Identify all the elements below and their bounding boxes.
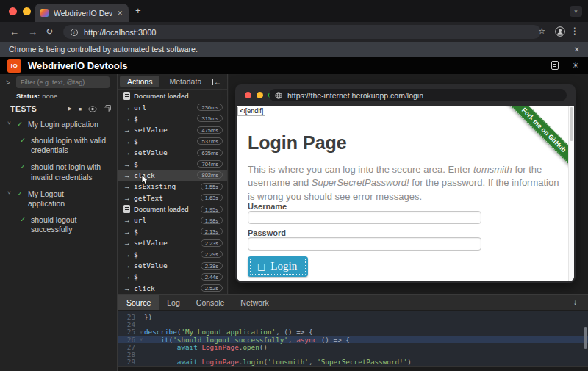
code-line[interactable]: 26> it('should logout successfully', asy… — [118, 336, 588, 343]
check-icon: ✓ — [20, 136, 29, 144]
action-row[interactable]: →$2.13s — [118, 226, 227, 237]
app-header: IO WebdriverIO Devtools ☀ — [0, 57, 588, 74]
profile-avatar-icon[interactable] — [555, 26, 565, 40]
tab-console[interactable]: Console — [188, 295, 233, 310]
action-row[interactable]: Document loaded1.95s — [118, 203, 227, 215]
action-row[interactable]: →url236ms — [118, 101, 227, 112]
action-row[interactable]: Document loaded — [118, 90, 227, 101]
back-button[interactable]: ← — [10, 26, 19, 37]
action-row[interactable]: →setValue475ms — [118, 124, 227, 135]
browser-tab[interactable]: WebdriverIO Devtools ✕ — [35, 4, 129, 22]
banner-close-icon[interactable]: ✕ — [574, 46, 580, 54]
document-icon — [123, 92, 130, 100]
address-bar[interactable]: i http://localhost:3000 — [63, 25, 541, 39]
action-row[interactable]: →click2.52s — [118, 283, 227, 294]
action-row[interactable]: →isExisting1.55s — [118, 181, 227, 192]
embedded-close-button — [245, 92, 251, 98]
code-text: await LoginPage.login('tomsmith', 'Super… — [144, 358, 412, 366]
fold-icon[interactable]: > — [138, 328, 144, 335]
site-info-icon[interactable]: i — [71, 29, 78, 36]
action-row[interactable]: →url1.98s — [118, 215, 227, 226]
browser-menu-icon[interactable]: ⋮ — [570, 26, 579, 36]
duration-badge: 315ms — [197, 115, 223, 122]
code-line[interactable]: 27 await LoginPage.open() — [118, 343, 588, 350]
tab-search-button[interactable]: > — [570, 6, 582, 17]
close-tab-icon[interactable]: ✕ — [117, 10, 123, 17]
action-row[interactable]: →setValue2.38s — [118, 260, 227, 271]
test-tree-item[interactable]: >✓My Login application — [0, 120, 114, 129]
minimize-window-button[interactable] — [23, 7, 31, 15]
close-window-button[interactable] — [9, 7, 17, 15]
chevron-down-icon[interactable]: > — [6, 121, 12, 128]
embedded-url: https://the-internet.herokuapp.com/login — [287, 91, 423, 100]
watch-tests-icon[interactable] — [88, 106, 97, 112]
action-row[interactable]: →$315ms — [118, 113, 227, 124]
run-tests-icon[interactable]: ▶ — [68, 106, 71, 112]
action-row[interactable]: →$537ms — [118, 136, 227, 147]
stop-tests-icon[interactable]: ■ — [79, 107, 82, 112]
action-row[interactable]: →$2.29s — [118, 248, 227, 259]
page-scrollbar[interactable] — [568, 106, 574, 281]
code-line[interactable]: 23}) — [118, 313, 588, 320]
tab-network[interactable]: Network — [232, 295, 277, 310]
check-icon: ✓ — [20, 162, 29, 170]
test-tree-item[interactable]: ✓should logout successfully — [0, 215, 114, 234]
code-line[interactable]: 28 — [118, 350, 588, 358]
tab-source[interactable]: Source — [118, 295, 159, 310]
fold-icon[interactable]: > — [138, 336, 144, 343]
test-tree-item[interactable]: >✓My Logout application — [0, 190, 114, 209]
action-row[interactable]: →setValue2.23s — [118, 237, 227, 248]
webdriverio-logo: IO — [7, 59, 21, 73]
username-label: Username — [248, 202, 287, 211]
arrow-right-icon: → — [123, 171, 134, 179]
new-tab-button[interactable]: + — [135, 5, 141, 16]
report-icon[interactable] — [551, 61, 559, 70]
bookmark-star-icon[interactable]: ☆ — [538, 26, 545, 36]
chevron-down-icon[interactable]: > — [6, 191, 12, 198]
action-row[interactable]: →$2.44s — [118, 271, 227, 282]
action-row[interactable]: →$704ms — [118, 158, 227, 169]
duration-badge: 802ms — [197, 171, 223, 179]
collapse-panel-icon[interactable]: ← — [212, 78, 222, 86]
action-row[interactable]: →setValue635ms — [118, 147, 227, 158]
embedded-address-bar: https://the-internet.herokuapp.com/login — [269, 89, 567, 101]
reload-button[interactable]: ↻ — [46, 26, 53, 37]
username-input[interactable] — [248, 211, 481, 224]
code-text: await LoginPage.open() — [144, 343, 268, 351]
download-icon[interactable]: ↓ — [571, 299, 579, 306]
tab-actions[interactable]: Actions — [120, 76, 159, 87]
action-label: url — [134, 104, 197, 112]
collapse-bar — [212, 79, 214, 85]
actions-panel-tabs: Actions Metadata ← — [118, 74, 227, 90]
login-button-label: Login — [270, 260, 297, 273]
forward-button[interactable]: → — [28, 26, 37, 37]
test-tree-item[interactable]: ✓should login with valid credentials — [0, 136, 114, 155]
action-row[interactable]: →click802ms — [118, 170, 227, 181]
collapse-arrow: ← — [214, 78, 221, 86]
filter-input[interactable] — [16, 76, 110, 88]
sidebar-collapse-icon[interactable]: > — [6, 79, 10, 87]
code-line[interactable]: 29 await LoginPage.login('tomsmith', 'Su… — [118, 359, 588, 366]
tab-metadata[interactable]: Metadata — [162, 76, 209, 87]
test-tree-item[interactable]: ✓should not login with invalid credentia… — [0, 162, 114, 181]
embedded-minimize-button — [257, 92, 263, 98]
code-scrollbar-thumb[interactable] — [584, 327, 587, 349]
action-label: $ — [134, 160, 197, 168]
arrow-right-icon: → — [123, 216, 134, 224]
code-editor: 23})2425>describe('My Logout application… — [118, 313, 588, 366]
clone-session-icon[interactable] — [104, 105, 111, 112]
theme-toggle-icon[interactable]: ☀ — [572, 61, 579, 71]
action-label: setValue — [134, 239, 201, 247]
duration-badge: 2.44s — [201, 273, 223, 281]
login-button[interactable]: □ Login — [248, 256, 308, 277]
duration-badge: 2.52s — [201, 284, 223, 292]
action-label: $ — [134, 137, 197, 145]
password-input[interactable] — [248, 237, 481, 251]
action-row[interactable]: →getText1.63s — [118, 192, 227, 203]
action-label: $ — [134, 115, 197, 123]
code-line[interactable]: 25>describe('My Logout application', () … — [118, 328, 588, 336]
bottom-panel: Source Log Console Network ↓ 23})2425>de… — [118, 294, 588, 371]
page-scrollbar-thumb[interactable] — [570, 107, 573, 141]
tab-log[interactable]: Log — [159, 295, 188, 310]
code-line[interactable]: 24 — [118, 320, 588, 328]
